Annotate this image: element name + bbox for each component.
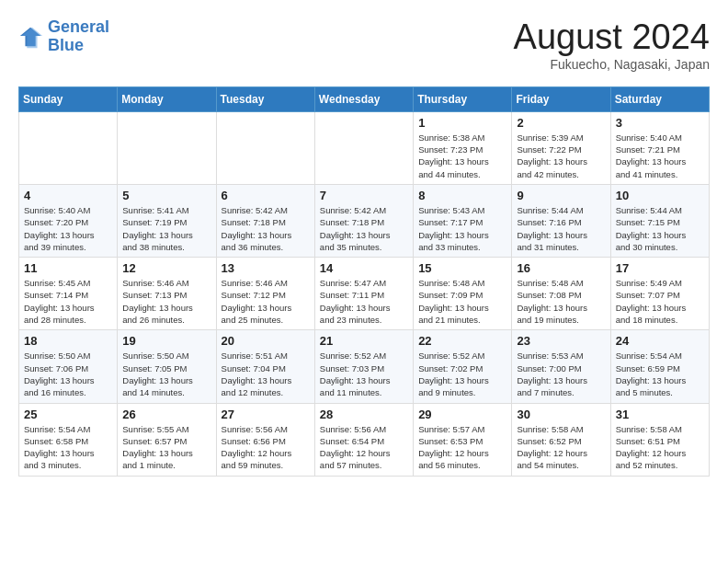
- calendar-cell: 11Sunrise: 5:45 AMSunset: 7:14 PMDayligh…: [19, 258, 118, 330]
- day-number: 8: [418, 189, 506, 202]
- day-info: Sunrise: 5:46 AMSunset: 7:13 PMDaylight:…: [122, 277, 210, 326]
- calendar-cell: 26Sunrise: 5:55 AMSunset: 6:57 PMDayligh…: [118, 403, 216, 476]
- day-info: Sunrise: 5:54 AMSunset: 6:59 PMDaylight:…: [616, 350, 704, 398]
- day-info: Sunrise: 5:44 AMSunset: 7:15 PMDaylight:…: [616, 204, 704, 253]
- day-number: 2: [517, 116, 605, 130]
- calendar-cell: 22Sunrise: 5:52 AMSunset: 7:02 PMDayligh…: [414, 330, 512, 403]
- svg-marker-1: [22, 28, 42, 48]
- calendar-cell: 1Sunrise: 5:38 AMSunset: 7:23 PMDaylight…: [414, 111, 512, 184]
- day-info: Sunrise: 5:42 AMSunset: 7:18 PMDaylight:…: [320, 204, 408, 253]
- day-number: 4: [24, 189, 112, 202]
- calendar-cell: 20Sunrise: 5:51 AMSunset: 7:04 PMDayligh…: [216, 330, 314, 403]
- day-number: 22: [418, 334, 506, 348]
- calendar-cell: 5Sunrise: 5:41 AMSunset: 7:19 PMDaylight…: [118, 184, 216, 257]
- calendar-cell: 21Sunrise: 5:52 AMSunset: 7:03 PMDayligh…: [314, 330, 413, 403]
- calendar-cell: 27Sunrise: 5:56 AMSunset: 6:56 PMDayligh…: [216, 403, 314, 476]
- day-number: 29: [418, 408, 506, 421]
- calendar-week-row: 11Sunrise: 5:45 AMSunset: 7:14 PMDayligh…: [19, 258, 710, 330]
- calendar-week-row: 25Sunrise: 5:54 AMSunset: 6:58 PMDayligh…: [19, 403, 710, 476]
- day-number: 21: [320, 334, 408, 348]
- day-info: Sunrise: 5:54 AMSunset: 6:58 PMDaylight:…: [24, 423, 112, 472]
- logo: General Blue: [18, 18, 109, 55]
- calendar-cell: [216, 111, 314, 184]
- day-number: 30: [517, 408, 605, 421]
- calendar-cell: 25Sunrise: 5:54 AMSunset: 6:58 PMDayligh…: [19, 403, 118, 476]
- day-info: Sunrise: 5:48 AMSunset: 7:09 PMDaylight:…: [418, 277, 506, 326]
- calendar-cell: [118, 111, 216, 184]
- calendar-cell: 30Sunrise: 5:58 AMSunset: 6:52 PMDayligh…: [512, 403, 610, 476]
- day-info: Sunrise: 5:52 AMSunset: 7:03 PMDaylight:…: [320, 350, 408, 398]
- day-number: 14: [320, 261, 408, 275]
- day-info: Sunrise: 5:40 AMSunset: 7:20 PMDaylight:…: [24, 204, 112, 253]
- weekday-header: Wednesday: [314, 86, 413, 111]
- calendar-cell: 14Sunrise: 5:47 AMSunset: 7:11 PMDayligh…: [314, 258, 413, 330]
- day-info: Sunrise: 5:41 AMSunset: 7:19 PMDaylight:…: [122, 204, 210, 253]
- day-info: Sunrise: 5:48 AMSunset: 7:08 PMDaylight:…: [517, 277, 605, 326]
- day-info: Sunrise: 5:44 AMSunset: 7:16 PMDaylight:…: [517, 204, 605, 253]
- day-info: Sunrise: 5:38 AMSunset: 7:23 PMDaylight:…: [418, 132, 506, 180]
- day-number: 6: [222, 189, 310, 202]
- location: Fukuecho, Nagasaki, Japan: [514, 57, 710, 72]
- calendar-week-row: 18Sunrise: 5:50 AMSunset: 7:06 PMDayligh…: [19, 330, 710, 403]
- weekday-header: Friday: [512, 86, 610, 111]
- day-info: Sunrise: 5:51 AMSunset: 7:04 PMDaylight:…: [222, 350, 310, 398]
- day-number: 10: [616, 189, 704, 202]
- day-info: Sunrise: 5:58 AMSunset: 6:52 PMDaylight:…: [517, 423, 605, 472]
- day-number: 16: [517, 261, 605, 275]
- day-number: 5: [122, 189, 210, 202]
- logo-line2: Blue: [48, 36, 84, 54]
- day-info: Sunrise: 5:49 AMSunset: 7:07 PMDaylight:…: [616, 277, 704, 326]
- logo-text: General Blue: [48, 18, 109, 55]
- day-number: 24: [616, 334, 704, 348]
- day-info: Sunrise: 5:50 AMSunset: 7:06 PMDaylight:…: [24, 350, 112, 398]
- calendar-cell: 19Sunrise: 5:50 AMSunset: 7:05 PMDayligh…: [118, 330, 216, 403]
- day-info: Sunrise: 5:56 AMSunset: 6:56 PMDaylight:…: [222, 423, 310, 472]
- page-header: General Blue August 2024 Fukuecho, Nagas…: [18, 18, 710, 72]
- day-info: Sunrise: 5:45 AMSunset: 7:14 PMDaylight:…: [24, 277, 112, 326]
- calendar-cell: 17Sunrise: 5:49 AMSunset: 7:07 PMDayligh…: [610, 258, 709, 330]
- calendar-cell: 24Sunrise: 5:54 AMSunset: 6:59 PMDayligh…: [610, 330, 709, 403]
- day-number: 11: [24, 261, 112, 275]
- logo-line1: General: [48, 17, 109, 36]
- day-number: 19: [122, 334, 210, 348]
- day-info: Sunrise: 5:52 AMSunset: 7:02 PMDaylight:…: [418, 350, 506, 398]
- calendar-cell: [19, 111, 118, 184]
- calendar-cell: 12Sunrise: 5:46 AMSunset: 7:13 PMDayligh…: [118, 258, 216, 330]
- calendar-cell: 29Sunrise: 5:57 AMSunset: 6:53 PMDayligh…: [414, 403, 512, 476]
- day-number: 26: [122, 408, 210, 421]
- day-number: 31: [616, 408, 704, 421]
- calendar-cell: 2Sunrise: 5:39 AMSunset: 7:22 PMDaylight…: [512, 111, 610, 184]
- day-number: 13: [222, 261, 310, 275]
- day-number: 20: [222, 334, 310, 348]
- calendar-cell: 10Sunrise: 5:44 AMSunset: 7:15 PMDayligh…: [610, 184, 709, 257]
- day-info: Sunrise: 5:47 AMSunset: 7:11 PMDaylight:…: [320, 277, 408, 326]
- calendar-cell: 28Sunrise: 5:56 AMSunset: 6:54 PMDayligh…: [314, 403, 413, 476]
- weekday-header-row: SundayMondayTuesdayWednesdayThursdayFrid…: [19, 86, 710, 111]
- day-info: Sunrise: 5:39 AMSunset: 7:22 PMDaylight:…: [517, 132, 605, 180]
- day-number: 27: [222, 408, 310, 421]
- day-info: Sunrise: 5:43 AMSunset: 7:17 PMDaylight:…: [418, 204, 506, 253]
- day-info: Sunrise: 5:57 AMSunset: 6:53 PMDaylight:…: [418, 423, 506, 472]
- day-number: 25: [24, 408, 112, 421]
- calendar-cell: 18Sunrise: 5:50 AMSunset: 7:06 PMDayligh…: [19, 330, 118, 403]
- day-info: Sunrise: 5:40 AMSunset: 7:21 PMDaylight:…: [616, 132, 704, 180]
- calendar-cell: 8Sunrise: 5:43 AMSunset: 7:17 PMDaylight…: [414, 184, 512, 257]
- calendar-week-row: 4Sunrise: 5:40 AMSunset: 7:20 PMDaylight…: [19, 184, 710, 257]
- day-number: 28: [320, 408, 408, 421]
- title-block: August 2024 Fukuecho, Nagasaki, Japan: [514, 18, 710, 72]
- day-info: Sunrise: 5:55 AMSunset: 6:57 PMDaylight:…: [122, 423, 210, 472]
- calendar-cell: 7Sunrise: 5:42 AMSunset: 7:18 PMDaylight…: [314, 184, 413, 257]
- day-number: 23: [517, 334, 605, 348]
- calendar-cell: 13Sunrise: 5:46 AMSunset: 7:12 PMDayligh…: [216, 258, 314, 330]
- day-number: 12: [122, 261, 210, 275]
- month-title: August 2024: [514, 18, 710, 57]
- weekday-header: Sunday: [19, 86, 118, 111]
- day-info: Sunrise: 5:42 AMSunset: 7:18 PMDaylight:…: [222, 204, 310, 253]
- calendar-cell: 31Sunrise: 5:58 AMSunset: 6:51 PMDayligh…: [610, 403, 709, 476]
- calendar-cell: 15Sunrise: 5:48 AMSunset: 7:09 PMDayligh…: [414, 258, 512, 330]
- calendar-table: SundayMondayTuesdayWednesdayThursdayFrid…: [18, 86, 710, 477]
- calendar-cell: 9Sunrise: 5:44 AMSunset: 7:16 PMDaylight…: [512, 184, 610, 257]
- calendar-week-row: 1Sunrise: 5:38 AMSunset: 7:23 PMDaylight…: [19, 111, 710, 184]
- weekday-header: Saturday: [610, 86, 709, 111]
- calendar-cell: 4Sunrise: 5:40 AMSunset: 7:20 PMDaylight…: [19, 184, 118, 257]
